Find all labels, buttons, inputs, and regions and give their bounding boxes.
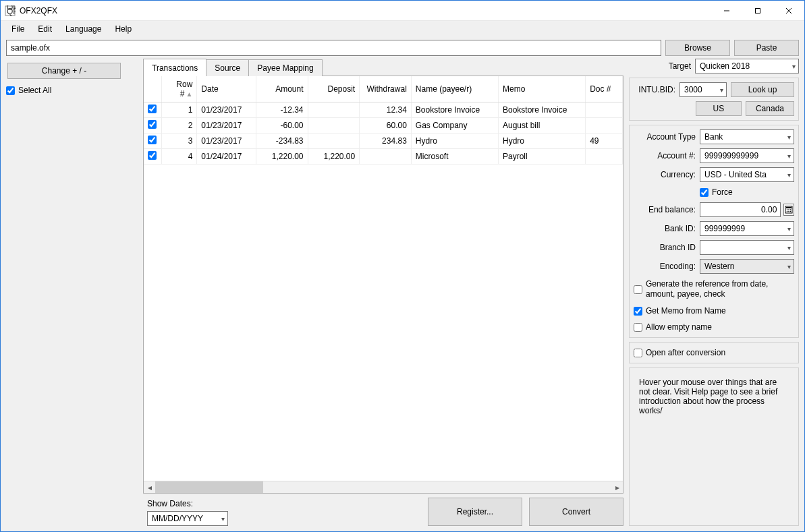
file-path-input[interactable] [6,40,661,56]
col-memo[interactable]: Memo [499,76,586,102]
end-balance-input[interactable] [700,202,781,217]
table-row[interactable]: 401/24/20171,220.001,220.00MicrosoftPayr… [144,149,623,165]
branch-id-combo[interactable]: ▾ [700,240,794,255]
cell-row: 4 [161,149,197,165]
intu-bid-label: INTU.BID: [634,85,675,94]
col-doc[interactable]: Doc # [586,76,623,102]
convert-button[interactable]: Convert [529,498,623,526]
cell-memo: Hydro [499,134,586,149]
cell-name: Bookstore Invoice [411,102,498,118]
account-num-combo[interactable]: 999999999999▾ [700,148,794,163]
cell-row: 1 [161,102,197,118]
col-date[interactable]: Date [197,76,256,102]
cell-date: 01/23/2017 [197,102,256,118]
cell-date: 01/23/2017 [197,118,256,134]
change-sign-button[interactable]: Change + / - [7,63,121,79]
col-deposit[interactable]: Deposit [308,76,360,102]
scroll-left-icon[interactable]: ◂ [144,481,155,493]
account-type-label: Account Type [634,132,696,142]
col-check[interactable] [144,76,161,102]
cell-doc [586,118,623,134]
open-after-checkbox[interactable] [634,349,642,357]
currency-combo[interactable]: USD - United Sta▾ [700,167,794,182]
maximize-button[interactable] [742,1,773,20]
cell-memo: Payroll [499,149,586,165]
cell-doc [586,149,623,165]
chevron-down-icon: ▾ [787,171,791,179]
cell-doc [586,102,623,118]
cell-date: 01/23/2017 [197,134,256,149]
account-panel: Account Type Bank▾ Account #: 9999999999… [629,125,799,338]
col-name[interactable]: Name (payee/r) [411,76,498,102]
menu-help[interactable]: Help [108,22,138,36]
browse-button[interactable]: Browse [665,40,730,56]
gen-ref-label: Generate the reference from date, amount… [646,279,794,299]
cell-withdrawal: 234.83 [360,134,412,149]
left-pane: Change + / - Select All [6,59,138,526]
app-icon: OFXQFX [5,5,16,16]
tab-content: Row #▲ Date Amount Deposit Withdrawal Na… [143,76,623,494]
tab-payee-mapping[interactable]: Payee Mapping [248,59,322,76]
col-amount[interactable]: Amount [256,76,308,102]
cell-name: Microsoft [411,149,498,165]
cell-withdrawal: 12.34 [360,102,412,118]
get-memo-checkbox[interactable] [634,307,642,316]
cell-amount: 1,220.00 [256,149,308,165]
minimize-button[interactable] [711,1,742,20]
intu-panel: INTU.BID: 3000▾ Look up US Canada [629,78,799,121]
col-withdrawal[interactable]: Withdrawal [360,76,412,102]
svg-point-9 [787,209,788,210]
menu-edit[interactable]: Edit [31,22,59,36]
svg-rect-8 [786,207,792,208]
row-checkbox[interactable] [148,136,157,144]
target-combo[interactable]: Quicken 2018▾ [695,59,799,73]
scroll-right-icon[interactable]: ▸ [611,481,623,493]
encoding-label: Encoding: [634,262,696,271]
select-all-checkbox[interactable] [6,86,15,95]
table-row[interactable]: 101/23/2017-12.3412.34Bookstore InvoiceB… [144,102,623,118]
bank-id-combo[interactable]: 999999999▾ [700,221,794,236]
allow-empty-checkbox[interactable] [634,323,642,332]
gen-ref-checkbox[interactable] [634,285,642,294]
cell-amount: -12.34 [256,102,308,118]
close-button[interactable] [773,1,804,20]
intu-bid-combo[interactable]: 3000▾ [679,82,727,97]
register-button[interactable]: Register... [428,498,522,526]
col-row[interactable]: Row #▲ [161,76,197,102]
cell-date: 01/24/2017 [197,149,256,165]
account-type-combo[interactable]: Bank▾ [700,129,794,144]
chevron-down-icon: ▾ [787,152,791,160]
lookup-button[interactable]: Look up [731,82,794,97]
window-controls [711,1,804,20]
menubar: File Edit Language Help [1,21,804,36]
svg-text:QFX: QFX [7,7,16,16]
row-checkbox[interactable] [148,105,157,113]
tab-source[interactable]: Source [206,59,249,76]
svg-point-12 [787,211,788,212]
tab-transactions[interactable]: Transactions [143,59,206,76]
horizontal-scrollbar[interactable]: ◂ ▸ [144,481,623,493]
file-row: Browse Paste [1,36,804,59]
menu-file[interactable]: File [5,22,31,36]
cell-deposit [308,118,360,134]
branch-id-label: Branch ID [634,243,696,252]
paste-button[interactable]: Paste [734,40,799,56]
row-checkbox[interactable] [148,120,157,129]
canada-button[interactable]: Canada [746,101,794,116]
app-window: OFXQFX OFX2QFX File Edit Language Help B… [0,0,805,532]
chevron-down-icon: ▾ [720,86,723,94]
scroll-thumb[interactable] [155,481,263,493]
cell-deposit [308,102,360,118]
get-memo-label: Get Memo from Name [646,306,726,316]
force-checkbox[interactable] [700,188,709,197]
show-dates-combo[interactable]: MM/DD/YYYY ▾ [147,511,228,526]
menu-language[interactable]: Language [59,22,108,36]
table-row[interactable]: 201/23/2017-60.0060.00Gas CompanyAugust … [144,118,623,134]
row-checkbox[interactable] [148,151,157,160]
table-row[interactable]: 301/23/2017-234.83234.83HydroHydro49 [144,134,623,149]
calculator-icon[interactable] [783,204,794,216]
encoding-combo[interactable]: Western▾ [700,259,794,274]
us-button[interactable]: US [696,101,742,116]
cell-row: 3 [161,134,197,149]
svg-point-11 [790,209,792,210]
